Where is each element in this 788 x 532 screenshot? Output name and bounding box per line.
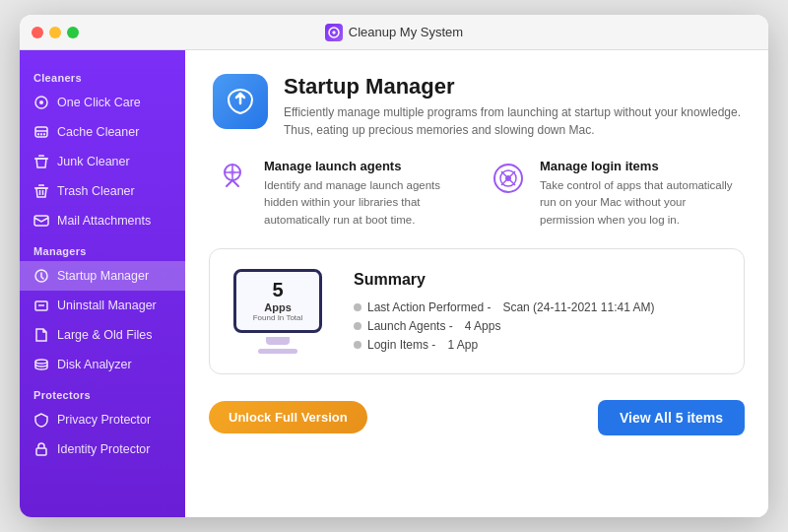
login-items-icon [489,159,528,202]
title-bar: Cleanup My System [20,15,768,50]
monitor-body: 5 Apps Found In Total [233,269,322,333]
summary-visual: 5 Apps Found In Total [233,269,322,354]
summary-row-2-label: Login Items - [354,338,435,352]
sidebar-item-uninstall-manager[interactable]: Uninstall Manager [20,291,185,320]
section-label-protectors: Protectors [20,379,185,405]
section-label-cleaners: Cleaners [20,62,185,88]
sidebar-item-one-click-care[interactable]: One Click Care [20,88,185,117]
summary-title: Summary [354,271,720,289]
feature-launch-agents-title: Manage launch agents [264,159,465,173]
monitor-base [258,349,297,354]
svg-point-16 [35,360,47,364]
sidebar-item-mail-attachments[interactable]: Mail Attachments [20,206,185,235]
monitor-stand [266,337,290,345]
main-content: Cleaners One Click Care Cache Cleaner [20,50,768,517]
summary-dot-2 [354,341,361,349]
svg-rect-12 [34,216,48,226]
view-all-button[interactable]: View All 5 items [598,400,745,435]
page-header-text: Startup Manager Efficiently manage multi… [284,74,741,139]
sidebar-label-junk-cleaner: Junk Cleaner [57,155,130,168]
main-panel: Startup Manager Efficiently manage multi… [185,50,768,517]
feature-launch-agents-desc: Identify and manage launch agents hidden… [264,177,465,229]
sidebar-label-disk-analyzer: Disk Analyzer [57,358,132,371]
summary-row-2-value: 1 App [447,338,478,352]
summary-dot-0 [354,303,361,311]
app-window: Cleanup My System Cleaners One Click Car… [20,15,768,517]
sidebar-label-one-click-care: One Click Care [57,96,141,109]
window-controls [32,27,79,38]
page-header-icon [213,74,268,129]
sidebar-label-privacy-protector: Privacy Protector [57,413,151,427]
sidebar-label-trash-cleaner: Trash Cleaner [57,184,135,198]
feature-login-items-desc: Take control of apps that automatically … [540,177,741,229]
maximize-button[interactable] [67,27,79,38]
sidebar-label-uninstall-manager: Uninstall Manager [57,299,157,312]
page-header: Startup Manager Efficiently manage multi… [185,50,768,155]
feature-launch-agents-text: Manage launch agents Identify and manage… [264,159,465,229]
sidebar-item-junk-cleaner[interactable]: Junk Cleaner [20,147,185,176]
sidebar-label-mail-attachments: Mail Attachments [57,214,151,228]
sidebar-item-large-old-files[interactable]: Large & Old Files [20,320,185,350]
summary-row-1-label: Launch Agents - [354,319,453,333]
page-description: Efficiently manage multiple programs fro… [284,103,741,139]
feature-login-items-title: Manage login items [540,159,741,173]
svg-rect-17 [36,448,46,455]
svg-point-2 [39,100,43,104]
section-label-managers: Managers [20,235,185,261]
feature-login-items: Manage login items Take control of apps … [489,159,741,229]
app-title-area: Cleanup My System [325,24,463,41]
launch-agents-icon [213,159,252,202]
summary-content: Summary Last Action Performed - Scan (24… [354,271,720,352]
svg-point-22 [505,175,511,181]
svg-point-19 [230,169,235,175]
sidebar-label-cache-cleaner: Cache Cleaner [57,125,139,139]
sidebar: Cleaners One Click Care Cache Cleaner [20,50,185,517]
summary-row-1-value: 4 Apps [465,319,501,333]
summary-dot-1 [354,322,361,330]
app-title: Cleanup My System [349,25,463,39]
unlock-button[interactable]: Unlock Full Version [209,401,367,433]
feature-launch-agents: Manage launch agents Identify and manage… [213,159,465,229]
sidebar-item-identity-protector[interactable]: Identity Protector [20,434,185,464]
close-button[interactable] [32,27,43,38]
monitor-sub-label: Found In Total [253,313,303,322]
sidebar-label-identity-protector: Identity Protector [57,442,151,456]
sidebar-label-large-old-files: Large & Old Files [57,328,153,342]
sidebar-label-startup-manager: Startup Manager [57,269,149,283]
summary-row-0-value: Scan (24-11-2021 11:41 AM) [502,300,654,314]
feature-login-items-text: Manage login items Take control of apps … [540,159,741,229]
sidebar-item-disk-analyzer[interactable]: Disk Analyzer [20,350,185,379]
summary-card: 5 Apps Found In Total Summary [209,248,745,374]
sidebar-item-trash-cleaner[interactable]: Trash Cleaner [20,176,185,206]
sidebar-item-cache-cleaner[interactable]: Cache Cleaner [20,117,185,147]
page-title: Startup Manager [284,74,741,100]
app-icon [325,24,343,41]
monitor-apps-label: Apps [253,301,303,313]
summary-row-0-label: Last Action Performed - [354,300,491,314]
features-row: Manage launch agents Identify and manage… [185,155,768,248]
minimize-button[interactable] [49,27,61,38]
footer-bar: Unlock Full Version View All 5 items [185,390,768,451]
monitor-count: 5 [253,279,303,301]
sidebar-item-startup-manager[interactable]: Startup Manager [20,261,185,291]
sidebar-item-privacy-protector[interactable]: Privacy Protector [20,405,185,434]
